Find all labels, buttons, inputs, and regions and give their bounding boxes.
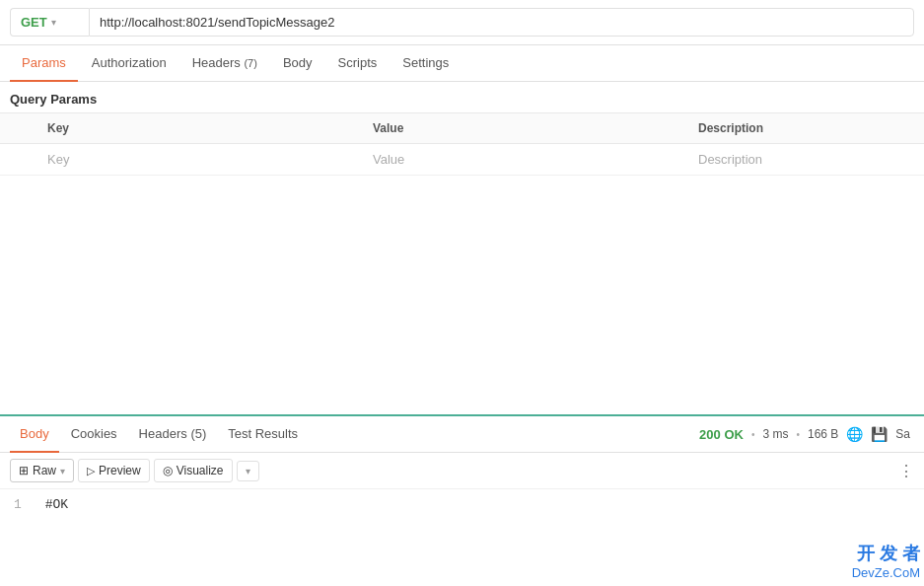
- preview-button[interactable]: ▷ Preview: [78, 459, 150, 482]
- row-value-cell[interactable]: Value: [361, 144, 686, 176]
- preview-icon: ▷: [87, 465, 95, 477]
- tab-settings[interactable]: Settings: [391, 45, 461, 82]
- raw-button[interactable]: ⊞ Raw ▾: [10, 459, 74, 482]
- watermark: 开 发 者 DevZe.CoM: [852, 543, 920, 582]
- save-label: Sa: [895, 427, 910, 441]
- response-tab-headers[interactable]: Headers (5): [129, 416, 217, 453]
- request-panel: GET ▾ Params Authorization Headers (7) B…: [0, 0, 924, 414]
- line-number-1: 1: [14, 497, 22, 512]
- raw-icon: ⊞: [19, 464, 29, 477]
- status-badge: 200 OK: [699, 427, 744, 442]
- raw-chevron-icon: ▾: [60, 466, 65, 476]
- response-size: 166 B: [808, 427, 838, 441]
- response-time: 3 ms: [762, 427, 788, 441]
- tab-scripts[interactable]: Scripts: [326, 45, 390, 82]
- body-toolbar: ⊞ Raw ▾ ▷ Preview ◎ Visualize ▾ ⋮: [0, 453, 924, 489]
- col-description: Description: [686, 113, 924, 144]
- empty-area: [0, 176, 924, 414]
- visualize-button[interactable]: ◎ Visualize: [154, 459, 233, 482]
- tab-headers[interactable]: Headers (7): [180, 45, 269, 82]
- watermark-cn: 开 发 者: [852, 543, 920, 565]
- response-tabs: Body Cookies Headers (5) Test Results 20…: [0, 416, 924, 453]
- query-params-header: Query Params: [0, 82, 924, 112]
- col-key: Key: [36, 113, 361, 144]
- method-chevron-icon: ▾: [51, 17, 56, 28]
- request-tabs: Params Authorization Headers (7) Body Sc…: [0, 45, 924, 82]
- response-panel: Body Cookies Headers (5) Test Results 20…: [0, 414, 924, 520]
- more-chevron-icon: ▾: [246, 466, 250, 476]
- code-area: 1 #OK: [0, 489, 924, 520]
- response-more-icon[interactable]: ⋮: [898, 462, 914, 480]
- more-options-button[interactable]: ▾: [237, 461, 259, 481]
- tab-params[interactable]: Params: [10, 45, 78, 82]
- code-line-1: #OK: [45, 497, 68, 512]
- col-checkbox: [0, 113, 36, 144]
- tab-body[interactable]: Body: [271, 45, 324, 82]
- response-status-area: 200 OK • 3 ms • 166 B 🌐 💾 Sa: [699, 426, 914, 442]
- url-bar: GET ▾: [0, 0, 924, 45]
- tab-authorization[interactable]: Authorization: [80, 45, 178, 82]
- response-tab-test-results[interactable]: Test Results: [218, 416, 308, 453]
- watermark-en: DevZe.CoM: [852, 565, 920, 582]
- row-description-cell[interactable]: Description: [686, 144, 924, 176]
- url-input[interactable]: [89, 8, 914, 37]
- params-placeholder-row: Key Value Description: [0, 144, 924, 176]
- save-icon[interactable]: 💾: [871, 426, 888, 442]
- params-table: Key Value Description Key Value: [0, 112, 924, 176]
- row-checkbox-cell: [0, 144, 36, 176]
- globe-icon[interactable]: 🌐: [846, 426, 863, 442]
- row-key-cell[interactable]: Key: [36, 144, 361, 176]
- headers-badge: (7): [244, 57, 256, 69]
- method-selector[interactable]: GET ▾: [10, 8, 89, 37]
- method-text: GET: [21, 15, 47, 30]
- response-tab-cookies[interactable]: Cookies: [61, 416, 127, 453]
- response-tab-body[interactable]: Body: [10, 416, 59, 453]
- visualize-icon: ◎: [163, 464, 173, 477]
- col-value: Value: [361, 113, 686, 144]
